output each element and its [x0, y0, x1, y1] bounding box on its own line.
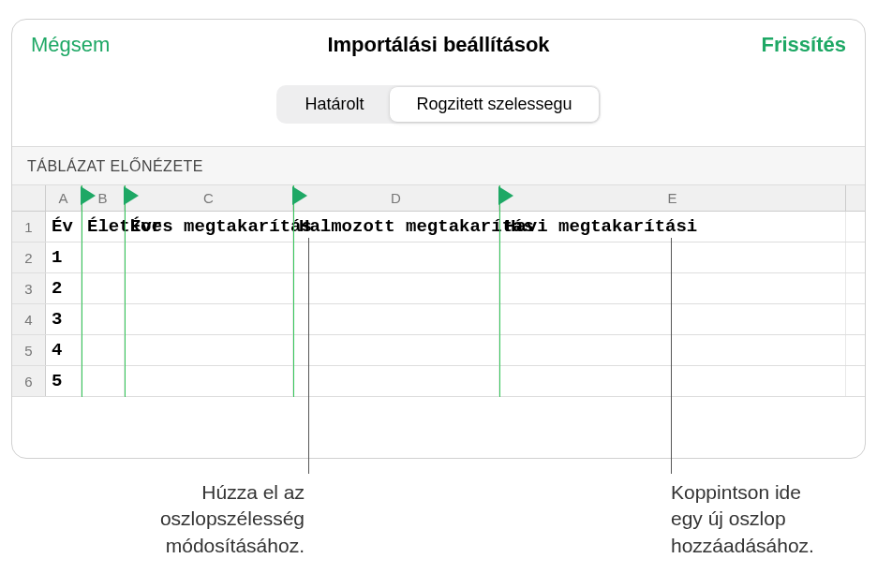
callout-text-drag: Húzza el azoszlopszélességmódosításához. — [112, 479, 305, 559]
callout-line-right — [671, 238, 672, 474]
cell[interactable]: 3 — [46, 304, 82, 334]
cell[interactable]: Halmozott megtakarítás — [293, 212, 499, 242]
cell[interactable] — [293, 335, 499, 365]
row-header[interactable]: 1 — [12, 212, 46, 242]
import-settings-panel: Mégsem Importálási beállítások Frissítés… — [11, 19, 866, 459]
cell[interactable] — [293, 366, 499, 396]
row-header[interactable]: 2 — [12, 243, 46, 272]
col-header-d[interactable]: D — [293, 185, 499, 211]
table-row: 5 4 — [12, 335, 865, 366]
segmented-control-wrap: Határolt Rogzitett szelessegu — [12, 68, 865, 146]
cell[interactable] — [293, 243, 499, 272]
column-divider-handle[interactable] — [291, 185, 310, 206]
cell[interactable]: 2 — [46, 273, 82, 303]
update-button[interactable]: Frissítés — [762, 33, 847, 57]
cell[interactable] — [125, 243, 293, 272]
row-header[interactable]: 4 — [12, 304, 46, 334]
col-header-a[interactable]: A — [46, 185, 82, 211]
col-header-c[interactable]: C — [125, 185, 293, 211]
cell[interactable] — [499, 366, 846, 396]
header-corner — [12, 185, 46, 211]
cell[interactable] — [293, 273, 499, 303]
column-divider-handle[interactable] — [80, 185, 98, 206]
cell[interactable] — [82, 304, 125, 334]
cell[interactable]: Év — [46, 212, 82, 242]
cell[interactable]: 4 — [46, 335, 82, 365]
table-row: 2 1 — [12, 243, 865, 273]
table-preview[interactable]: A B C D E 1 Év Életkor Éves megtakarítás… — [12, 185, 865, 397]
column-divider-handle[interactable] — [123, 185, 141, 206]
col-header-e[interactable]: E — [499, 185, 846, 211]
table-row: 4 3 — [12, 304, 865, 335]
cell[interactable] — [125, 335, 293, 365]
segment-delimited[interactable]: Határolt — [278, 87, 390, 122]
cell[interactable] — [82, 243, 125, 272]
cell[interactable]: Éves megtakarítás — [125, 212, 293, 242]
cell[interactable] — [125, 366, 293, 396]
cell[interactable] — [499, 243, 846, 272]
cell[interactable] — [82, 273, 125, 303]
cell[interactable]: 1 — [46, 243, 82, 272]
cell[interactable] — [82, 335, 125, 365]
table-row: 1 Év Életkor Éves megtakarítás Halmozott… — [12, 212, 865, 243]
row-header[interactable]: 5 — [12, 335, 46, 365]
callout-line-left — [308, 238, 309, 474]
cell[interactable] — [499, 335, 846, 365]
cell[interactable]: Életkor — [82, 212, 125, 242]
cell[interactable] — [499, 304, 846, 334]
column-divider[interactable] — [293, 185, 294, 397]
cell[interactable] — [499, 273, 846, 303]
cell[interactable]: Havi megtakarítási — [499, 212, 846, 242]
segmented-control[interactable]: Határolt Rogzitett szelessegu — [276, 85, 600, 124]
panel-title: Importálási beállítások — [327, 33, 549, 57]
column-divider[interactable] — [82, 185, 82, 397]
table-rows: 1 Év Életkor Éves megtakarítás Halmozott… — [12, 212, 865, 397]
cell[interactable] — [293, 304, 499, 334]
cell[interactable] — [125, 273, 293, 303]
column-divider[interactable] — [499, 185, 500, 397]
cell[interactable] — [82, 366, 125, 396]
table-row: 3 2 — [12, 273, 865, 304]
column-divider-handle[interactable] — [498, 185, 516, 206]
callout-text-tap-add: Koppintson ideegy új oszlophozzáadásához… — [671, 479, 868, 559]
cancel-button[interactable]: Mégsem — [31, 33, 110, 57]
section-label: TÁBLÁZAT ELŐNÉZETE — [12, 146, 865, 185]
cell[interactable]: 5 — [46, 366, 82, 396]
column-divider[interactable] — [125, 185, 126, 397]
row-header[interactable]: 3 — [12, 273, 46, 303]
cell[interactable] — [125, 304, 293, 334]
table-row: 6 5 — [12, 366, 865, 397]
panel-header: Mégsem Importálási beállítások Frissítés — [12, 20, 865, 68]
row-header[interactable]: 6 — [12, 366, 46, 396]
segment-fixed-width[interactable]: Rogzitett szelessegu — [390, 87, 598, 122]
